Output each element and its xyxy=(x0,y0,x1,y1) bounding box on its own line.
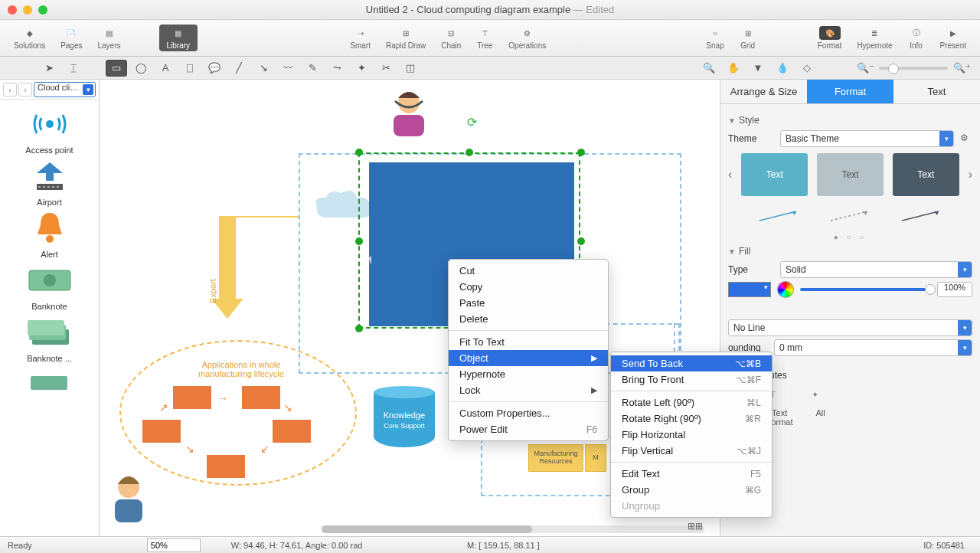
connector-tool[interactable]: ⤳ xyxy=(326,60,348,77)
menu-delete[interactable]: Delete xyxy=(449,311,608,327)
tab-format[interactable]: Format xyxy=(807,80,893,103)
menu-fit-to-text[interactable]: Fit To Text xyxy=(449,334,608,350)
attr-all[interactable]: ✦All xyxy=(812,390,830,427)
pages-button[interactable]: 📄Pages xyxy=(53,25,90,51)
grid-toggle-icon[interactable]: ⊞⊞ xyxy=(688,521,703,532)
section-style[interactable]: Style xyxy=(739,115,760,126)
process-box[interactable] xyxy=(242,386,280,409)
crop-tool[interactable]: ◫ xyxy=(400,60,421,77)
tab-text[interactable]: Text xyxy=(893,80,980,103)
menu-custom-props[interactable]: Custom Properties... xyxy=(449,405,608,421)
menu-group[interactable]: Group⌘G xyxy=(611,482,772,498)
library-back[interactable]: ‹ xyxy=(3,83,17,97)
text-edit-tool[interactable]: ⌶ xyxy=(63,60,84,77)
format-button[interactable]: 🎨Format xyxy=(810,25,850,51)
process-box[interactable] xyxy=(207,455,245,478)
stamp-tool[interactable]: ▼ xyxy=(747,60,769,77)
process-box[interactable] xyxy=(173,386,211,409)
menu-edit-text[interactable]: Edit TextF5 xyxy=(611,466,772,482)
library-item-more[interactable] xyxy=(28,366,72,403)
zoom-select[interactable] xyxy=(147,538,201,552)
solutions-button[interactable]: ◆Solutions xyxy=(6,25,53,51)
zoom-out-icon[interactable]: 🔍⁻ xyxy=(854,60,876,77)
zoom-tool[interactable]: 🔍 xyxy=(698,60,720,77)
menu-hypernote[interactable]: Hypernote xyxy=(449,366,608,382)
theme-select[interactable]: Basic Theme▾ xyxy=(780,130,954,147)
process-box[interactable] xyxy=(142,420,181,443)
opacity-field[interactable]: 100% xyxy=(937,282,972,297)
line-select[interactable]: No Line▾ xyxy=(728,319,972,336)
rapid-draw-button[interactable]: ⊞Rapid Draw xyxy=(378,25,433,51)
menu-flip-horizontal[interactable]: Flip Horizontal xyxy=(611,427,772,443)
ellipse-tool[interactable]: ◯ xyxy=(130,60,152,77)
theme-next[interactable]: › xyxy=(969,168,972,182)
info-button[interactable]: ⓘInfo xyxy=(900,25,933,51)
zoom-in-icon[interactable]: 🔍⁺ xyxy=(951,60,972,77)
menu-send-to-back[interactable]: Send To Back⌥⌘B xyxy=(611,355,772,371)
rounding-select[interactable]: 0 mm▾ xyxy=(774,339,972,356)
resource-box[interactable]: Manufacturing Resources xyxy=(528,444,583,472)
eyedropper-tool[interactable]: 💧 xyxy=(772,60,793,77)
chain-button[interactable]: ⊟Chain xyxy=(433,25,469,51)
arrow-style[interactable] xyxy=(890,202,952,230)
menu-lock[interactable]: Lock▶ xyxy=(449,382,608,398)
smart-button[interactable]: ⇢Smart xyxy=(342,25,378,51)
library-item-access-point[interactable]: Access point xyxy=(25,106,73,155)
gear-icon[interactable]: ⚙ xyxy=(960,133,972,145)
library-item-airport[interactable]: Airport xyxy=(28,158,72,207)
library-button[interactable]: ▦Library xyxy=(159,25,198,51)
operations-button[interactable]: ⚙Operations xyxy=(501,25,554,51)
tree-button[interactable]: ⊤Tree xyxy=(469,25,501,51)
theme-swatch[interactable]: Text xyxy=(893,153,959,196)
process-box[interactable] xyxy=(273,420,311,443)
snap-button[interactable]: ⎃Snap xyxy=(698,25,731,51)
library-select[interactable]: Cloud cli…▾ xyxy=(34,82,96,97)
resource-box[interactable]: M xyxy=(585,444,606,472)
menu-power-edit[interactable]: Power EditF6 xyxy=(449,421,608,437)
eraser-tool[interactable]: ◇ xyxy=(796,60,818,77)
menu-bring-to-front[interactable]: Bring To Front⌥⌘F xyxy=(611,371,772,388)
menu-object[interactable]: Object▶ xyxy=(449,350,608,366)
pointer-tool[interactable]: ➤ xyxy=(38,60,60,77)
theme-prev[interactable]: ‹ xyxy=(728,168,732,182)
path-edit-tool[interactable]: ✦ xyxy=(351,60,372,77)
layers-button[interactable]: ▤Layers xyxy=(90,25,129,51)
theme-swatch[interactable]: Text xyxy=(817,153,884,196)
library-forward[interactable]: › xyxy=(18,83,32,97)
arrow-style[interactable] xyxy=(748,202,810,230)
library-item-banknote[interactable]: Banknote xyxy=(28,262,72,311)
library-item-alert[interactable]: Alert xyxy=(28,210,72,259)
library-item-banknote-stack[interactable]: Banknote ... xyxy=(27,314,72,363)
rect-tool[interactable]: ▭ xyxy=(106,60,127,77)
grid-button[interactable]: ⊞Grid xyxy=(732,25,764,51)
horizontal-scrollbar[interactable] xyxy=(322,525,704,533)
opacity-slider[interactable] xyxy=(800,288,931,291)
section-fill[interactable]: Fill xyxy=(739,246,750,257)
arrow-style[interactable] xyxy=(819,202,881,230)
menu-cut[interactable]: Cut xyxy=(449,263,608,279)
pager-dots[interactable]: ● ○ ○ xyxy=(728,233,972,241)
curve-tool[interactable]: 〰 xyxy=(277,60,299,77)
menu-rotate-right[interactable]: Rotate Right (90º)⌘R xyxy=(611,411,772,427)
callout-tool[interactable]: 💬 xyxy=(204,60,225,77)
menu-paste[interactable]: Paste xyxy=(449,295,608,311)
database-cylinder[interactable]: KnowledgeCore Support xyxy=(374,386,435,447)
hypernote-button[interactable]: ≣Hypernote xyxy=(849,25,900,51)
present-button[interactable]: ▶Present xyxy=(933,25,974,51)
menu-flip-vertical[interactable]: Flip Vertical⌥⌘J xyxy=(611,443,772,459)
tab-arrange[interactable]: Arrange & Size xyxy=(720,80,807,103)
text-tool[interactable]: A xyxy=(155,60,176,77)
zoom-slider[interactable] xyxy=(879,67,948,70)
line-tool[interactable]: ╱ xyxy=(228,60,250,77)
fill-color-swatch[interactable] xyxy=(728,282,771,297)
menu-rotate-left[interactable]: Rotate Left (90º)⌘L xyxy=(611,394,772,411)
color-wheel-icon[interactable] xyxy=(777,281,794,298)
textbox-tool[interactable]: ⎕ xyxy=(179,60,201,77)
hand-tool[interactable]: ✋ xyxy=(723,60,744,77)
scissors-tool[interactable]: ✂ xyxy=(375,60,397,77)
fill-type-select[interactable]: Solid▾ xyxy=(780,261,972,278)
theme-swatch[interactable]: Text xyxy=(741,153,808,196)
pen-tool[interactable]: ✎ xyxy=(302,60,323,77)
arrow-tool[interactable]: ↘ xyxy=(253,60,274,77)
menu-copy[interactable]: Copy xyxy=(449,279,608,295)
